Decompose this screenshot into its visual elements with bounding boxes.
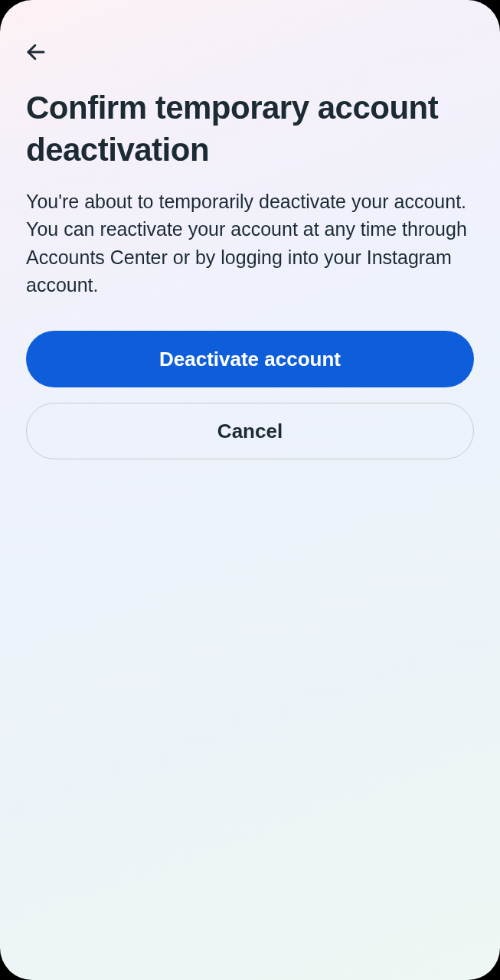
back-button[interactable] bbox=[25, 37, 55, 67]
page-description: You're about to temporarily deactivate y… bbox=[26, 188, 474, 299]
arrow-left-icon bbox=[25, 41, 47, 64]
deactivate-button[interactable]: Deactivate account bbox=[26, 331, 474, 387]
page-title: Confirm temporary account deactivation bbox=[26, 87, 474, 171]
cancel-button[interactable]: Cancel bbox=[26, 403, 474, 459]
confirmation-screen: Confirm temporary account deactivation Y… bbox=[0, 0, 500, 980]
